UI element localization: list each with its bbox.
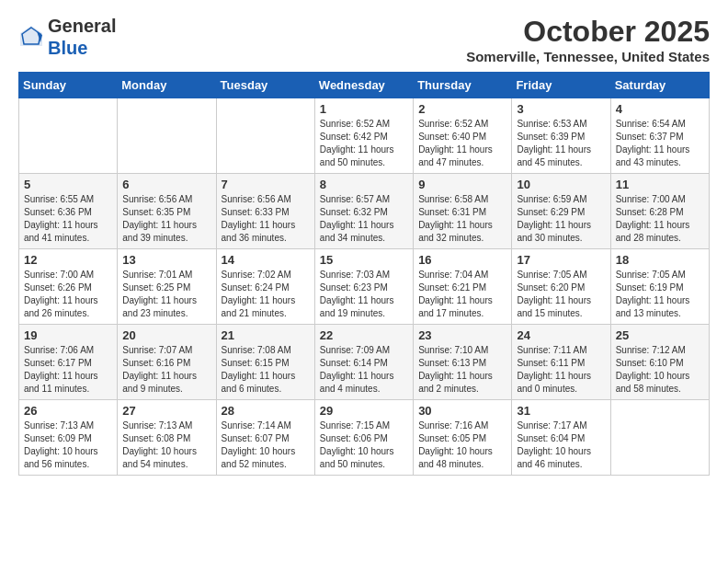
table-row: [19, 98, 118, 174]
logo: General Blue: [18, 15, 116, 59]
day-info: Sunrise: 7:05 AM Sunset: 6:20 PM Dayligh…: [517, 269, 605, 320]
day-number: 25: [616, 328, 704, 342]
table-row: 11Sunrise: 7:00 AM Sunset: 6:28 PM Dayli…: [610, 174, 709, 249]
calendar-week-row: 1Sunrise: 6:52 AM Sunset: 6:42 PM Daylig…: [19, 98, 710, 174]
header-thursday: Thursday: [414, 73, 512, 98]
day-number: 4: [616, 102, 704, 116]
table-row: 2Sunrise: 6:52 AM Sunset: 6:40 PM Daylig…: [414, 98, 512, 174]
day-info: Sunrise: 6:52 AM Sunset: 6:42 PM Dayligh…: [320, 118, 408, 169]
title-section: October 2025 Somerville, Tennessee, Unit…: [466, 15, 710, 64]
table-row: 9Sunrise: 6:58 AM Sunset: 6:31 PM Daylig…: [414, 174, 512, 249]
day-number: 22: [320, 328, 408, 342]
day-info: Sunrise: 7:12 AM Sunset: 6:10 PM Dayligh…: [616, 344, 704, 396]
day-number: 19: [24, 328, 112, 342]
day-number: 8: [320, 178, 408, 191]
day-info: Sunrise: 7:04 AM Sunset: 6:21 PM Dayligh…: [418, 269, 506, 320]
calendar-week-row: 26Sunrise: 7:13 AM Sunset: 6:09 PM Dayli…: [19, 400, 710, 476]
page: General Blue October 2025 Somerville, Te…: [0, 0, 728, 490]
day-number: 13: [122, 253, 210, 267]
header-saturday: Saturday: [610, 73, 709, 98]
day-number: 7: [222, 178, 310, 191]
logo-text: General Blue: [48, 15, 116, 59]
table-row: 27Sunrise: 7:13 AM Sunset: 6:08 PM Dayli…: [118, 400, 216, 476]
table-row: 21Sunrise: 7:08 AM Sunset: 6:15 PM Dayli…: [216, 325, 314, 400]
day-number: 10: [517, 178, 605, 191]
day-number: 3: [517, 102, 605, 116]
day-number: 24: [517, 328, 605, 342]
table-row: 23Sunrise: 7:10 AM Sunset: 6:13 PM Dayli…: [414, 325, 512, 400]
header-monday: Monday: [118, 73, 216, 98]
header-sunday: Sunday: [19, 73, 118, 98]
day-info: Sunrise: 7:10 AM Sunset: 6:13 PM Dayligh…: [418, 344, 506, 396]
day-info: Sunrise: 7:13 AM Sunset: 6:09 PM Dayligh…: [24, 419, 112, 471]
calendar-week-row: 5Sunrise: 6:55 AM Sunset: 6:36 PM Daylig…: [19, 174, 710, 249]
day-number: 26: [24, 404, 112, 418]
day-number: 2: [418, 102, 506, 116]
month-title: October 2025: [466, 15, 710, 49]
day-number: 11: [616, 178, 704, 191]
table-row: 6Sunrise: 6:56 AM Sunset: 6:35 PM Daylig…: [118, 174, 216, 249]
day-number: 30: [418, 404, 506, 418]
table-row: 3Sunrise: 6:53 AM Sunset: 6:39 PM Daylig…: [512, 98, 610, 174]
table-row: 31Sunrise: 7:17 AM Sunset: 6:04 PM Dayli…: [512, 400, 610, 476]
day-info: Sunrise: 7:09 AM Sunset: 6:14 PM Dayligh…: [320, 344, 408, 396]
day-info: Sunrise: 7:01 AM Sunset: 6:25 PM Dayligh…: [122, 269, 210, 320]
table-row: 19Sunrise: 7:06 AM Sunset: 6:17 PM Dayli…: [19, 325, 118, 400]
weekday-header-row: Sunday Monday Tuesday Wednesday Thursday…: [19, 73, 710, 98]
day-number: 27: [122, 404, 210, 418]
day-info: Sunrise: 7:11 AM Sunset: 6:11 PM Dayligh…: [517, 344, 605, 396]
table-row: 28Sunrise: 7:14 AM Sunset: 6:07 PM Dayli…: [216, 400, 314, 476]
calendar-week-row: 19Sunrise: 7:06 AM Sunset: 6:17 PM Dayli…: [19, 325, 710, 400]
day-number: 9: [418, 178, 506, 191]
day-info: Sunrise: 7:00 AM Sunset: 6:28 PM Dayligh…: [616, 193, 704, 245]
day-info: Sunrise: 7:00 AM Sunset: 6:26 PM Dayligh…: [24, 269, 112, 320]
day-info: Sunrise: 6:52 AM Sunset: 6:40 PM Dayligh…: [418, 118, 506, 169]
header-wednesday: Wednesday: [314, 73, 413, 98]
day-number: 1: [320, 102, 408, 116]
table-row: 13Sunrise: 7:01 AM Sunset: 6:25 PM Dayli…: [118, 249, 216, 325]
day-number: 12: [24, 253, 112, 267]
day-info: Sunrise: 6:57 AM Sunset: 6:32 PM Dayligh…: [320, 193, 408, 245]
day-number: 21: [222, 328, 310, 342]
day-info: Sunrise: 7:02 AM Sunset: 6:24 PM Dayligh…: [222, 269, 310, 320]
day-info: Sunrise: 7:08 AM Sunset: 6:15 PM Dayligh…: [222, 344, 310, 396]
day-info: Sunrise: 6:59 AM Sunset: 6:29 PM Dayligh…: [517, 193, 605, 245]
day-info: Sunrise: 6:56 AM Sunset: 6:35 PM Dayligh…: [122, 193, 210, 245]
day-info: Sunrise: 7:03 AM Sunset: 6:23 PM Dayligh…: [320, 269, 408, 320]
day-info: Sunrise: 7:17 AM Sunset: 6:04 PM Dayligh…: [517, 419, 605, 471]
day-info: Sunrise: 7:16 AM Sunset: 6:05 PM Dayligh…: [418, 419, 506, 471]
table-row: 25Sunrise: 7:12 AM Sunset: 6:10 PM Dayli…: [610, 325, 709, 400]
location-title: Somerville, Tennessee, United States: [466, 49, 710, 64]
table-row: 20Sunrise: 7:07 AM Sunset: 6:16 PM Dayli…: [118, 325, 216, 400]
table-row: 14Sunrise: 7:02 AM Sunset: 6:24 PM Dayli…: [216, 249, 314, 325]
day-number: 23: [418, 328, 506, 342]
table-row: 12Sunrise: 7:00 AM Sunset: 6:26 PM Dayli…: [19, 249, 118, 325]
logo-icon: [18, 24, 44, 50]
day-number: 31: [517, 404, 605, 418]
calendar-week-row: 12Sunrise: 7:00 AM Sunset: 6:26 PM Dayli…: [19, 249, 710, 325]
day-number: 29: [320, 404, 408, 418]
day-number: 20: [122, 328, 210, 342]
logo-blue-text: Blue: [48, 38, 87, 58]
header-friday: Friday: [512, 73, 610, 98]
day-info: Sunrise: 7:05 AM Sunset: 6:19 PM Dayligh…: [616, 269, 704, 320]
table-row: 1Sunrise: 6:52 AM Sunset: 6:42 PM Daylig…: [314, 98, 413, 174]
table-row: 24Sunrise: 7:11 AM Sunset: 6:11 PM Dayli…: [512, 325, 610, 400]
day-info: Sunrise: 7:13 AM Sunset: 6:08 PM Dayligh…: [122, 419, 210, 471]
header: General Blue October 2025 Somerville, Te…: [18, 15, 710, 64]
day-info: Sunrise: 7:15 AM Sunset: 6:06 PM Dayligh…: [320, 419, 408, 471]
day-number: 16: [418, 253, 506, 267]
table-row: 5Sunrise: 6:55 AM Sunset: 6:36 PM Daylig…: [19, 174, 118, 249]
table-row: 26Sunrise: 7:13 AM Sunset: 6:09 PM Dayli…: [19, 400, 118, 476]
day-number: 5: [24, 178, 112, 191]
table-row: [610, 400, 709, 476]
table-row: 30Sunrise: 7:16 AM Sunset: 6:05 PM Dayli…: [414, 400, 512, 476]
table-row: [216, 98, 314, 174]
day-info: Sunrise: 6:56 AM Sunset: 6:33 PM Dayligh…: [222, 193, 310, 245]
day-info: Sunrise: 7:06 AM Sunset: 6:17 PM Dayligh…: [24, 344, 112, 396]
calendar-table: Sunday Monday Tuesday Wednesday Thursday…: [18, 72, 710, 476]
day-number: 15: [320, 253, 408, 267]
day-number: 6: [122, 178, 210, 191]
day-info: Sunrise: 6:53 AM Sunset: 6:39 PM Dayligh…: [517, 118, 605, 169]
day-info: Sunrise: 6:58 AM Sunset: 6:31 PM Dayligh…: [418, 193, 506, 245]
